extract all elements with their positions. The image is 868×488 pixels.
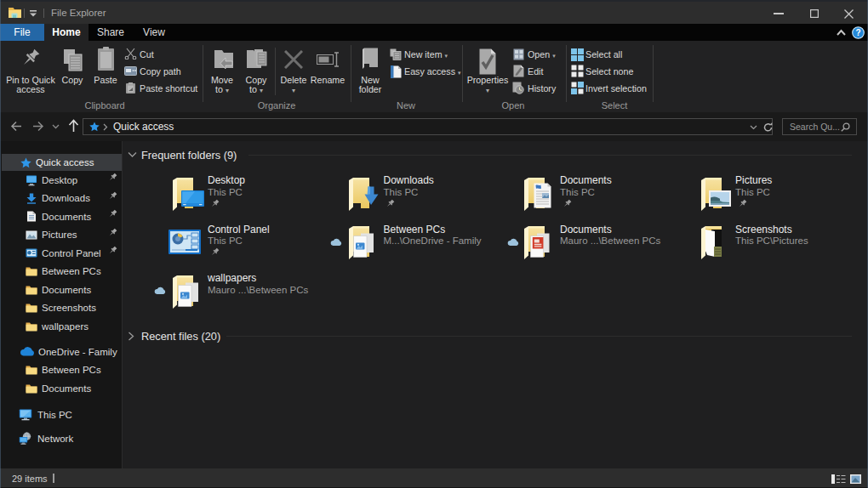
svg-text:?: ? [855,28,860,37]
